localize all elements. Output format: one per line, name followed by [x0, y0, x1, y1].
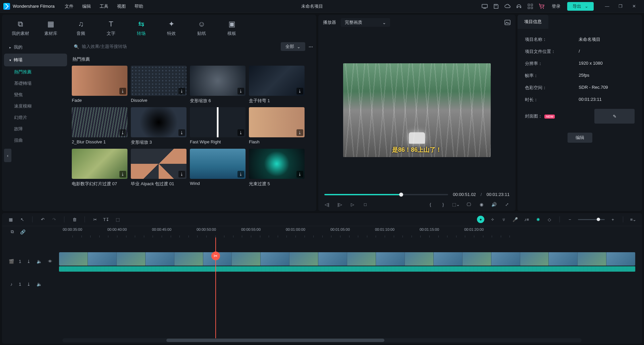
marker-shield-icon[interactable]: ⍫ [500, 216, 507, 223]
ratio-icon[interactable]: ⬚⌄ [452, 201, 459, 208]
mute-icon[interactable]: 🔈 [36, 258, 43, 265]
display-icon[interactable]: 🖵 [465, 201, 472, 208]
tab-stock[interactable]: ▦素材库 [36, 17, 66, 39]
export-button[interactable]: 导出⌄ [567, 2, 594, 11]
tab-sticker[interactable]: ☺贴纸 [186, 17, 217, 39]
download-icon[interactable]: ⭳ [178, 88, 185, 94]
play-button[interactable]: ▷ [349, 201, 356, 208]
delete-icon[interactable]: 🗑 [71, 216, 78, 223]
sidebar-sub-hot[interactable]: 熱門推薦 [4, 66, 67, 78]
cart-icon[interactable] [538, 3, 545, 10]
transition-thumb[interactable]: ⭳Fast Wipe Right [190, 107, 246, 145]
transition-thumb[interactable]: ⭳2_Blur Dissolve 1 [72, 107, 127, 145]
lock-icon[interactable]: ⤓ [25, 258, 32, 265]
layout-icon[interactable]: ▦ [7, 216, 14, 223]
next-frame-button[interactable]: |▷ [336, 201, 343, 208]
download-icon[interactable]: ⭳ [178, 129, 185, 136]
tab-audio[interactable]: ♫音频 [66, 17, 96, 39]
cut-icon[interactable]: ✂ [92, 216, 98, 223]
mark-in-icon[interactable]: { [427, 201, 434, 208]
transition-thumb[interactable]: ⭳电影数字幻灯片过渡 07 [72, 149, 127, 187]
transition-thumb[interactable]: ⭳变形缩放 6 [190, 66, 246, 104]
download-icon[interactable]: ⭳ [237, 129, 244, 136]
sparkle-icon[interactable]: ✧ [489, 216, 496, 223]
filter-all-dropdown[interactable]: 全部⌄ [281, 42, 305, 51]
playhead-cut-button[interactable]: ✂ [211, 252, 220, 260]
video-preview[interactable]: 是86！86上山了！ [343, 63, 491, 157]
duplicate-icon[interactable]: ⧉ [9, 228, 15, 235]
mute-icon[interactable]: 🔈 [36, 281, 43, 287]
download-icon[interactable]: ⭳ [237, 171, 244, 178]
sidebar-item-transitions[interactable]: ▾轉場 [4, 54, 67, 66]
menu-edit[interactable]: 编辑 [82, 3, 91, 9]
cover-edit-box[interactable]: ✎ [594, 109, 635, 124]
pointer-tool-icon[interactable]: ↖ [19, 216, 25, 223]
close-icon[interactable]: ✕ [631, 3, 637, 10]
sidebar-sub-slideshow[interactable]: 幻燈片 [4, 112, 67, 123]
save-icon[interactable] [493, 3, 499, 10]
stop-button[interactable]: □ [362, 201, 369, 208]
timeline-hscrollbar[interactable] [62, 338, 582, 342]
sidebar-sub-basic[interactable]: 基礎轉場 [4, 78, 67, 89]
crop-icon[interactable]: ⬚ [114, 216, 121, 223]
redo-icon[interactable]: ↷ [51, 216, 57, 223]
transition-thumb[interactable]: ⭳毕业 Alpack 包过渡 01 [131, 149, 186, 187]
list-dropdown-icon[interactable]: ≡⌄ [630, 216, 637, 223]
link-icon[interactable]: 🔗 [19, 228, 26, 235]
maximize-icon[interactable]: ❐ [617, 3, 624, 10]
undo-icon[interactable]: ↶ [39, 216, 46, 223]
text-tool-icon[interactable]: T↧ [103, 216, 110, 223]
download-icon[interactable]: ⭳ [119, 171, 126, 178]
download-icon[interactable]: ⭳ [119, 88, 126, 94]
camera-icon[interactable]: ◉ [478, 201, 485, 208]
tab-transition[interactable]: ⇆转场 [126, 17, 156, 39]
seek-bar[interactable] [324, 194, 448, 195]
info-tab[interactable]: 项目信息 [518, 15, 548, 29]
transition-thumb[interactable]: ⭳光束过渡 5 [249, 149, 305, 187]
visibility-icon[interactable]: 👁 [47, 258, 53, 265]
menu-tools[interactable]: 工具 [100, 3, 108, 9]
download-icon[interactable]: ⭳ [297, 88, 303, 94]
audio-beat-icon[interactable]: ♪≡ [523, 216, 530, 223]
tab-template[interactable]: ▣模板 [217, 17, 247, 39]
video-clip[interactable]: ▶ [59, 252, 635, 266]
apps-icon[interactable] [527, 3, 534, 10]
transition-thumb[interactable]: ⭳Flash [249, 107, 305, 145]
edit-button[interactable]: 编辑 [568, 133, 592, 143]
playhead[interactable]: ✂ [215, 237, 216, 338]
mark-out-icon[interactable]: } [440, 201, 446, 208]
transition-thumb[interactable]: ⭳Fade [72, 66, 127, 104]
ai-badge-icon[interactable]: ● [477, 216, 484, 223]
time-ruler[interactable]: 00:00:35:0000:00:40:0000:00:45:0000:00:5… [59, 226, 642, 237]
zoom-out-icon[interactable]: − [567, 216, 573, 223]
sidebar-sub-distort[interactable]: 扭曲 [4, 135, 67, 146]
mic-icon[interactable]: 🎤 [512, 216, 519, 223]
enhance-icon[interactable]: ✺ [535, 216, 541, 223]
menu-file[interactable]: 文件 [65, 3, 73, 9]
download-icon[interactable]: ⭳ [297, 171, 303, 178]
minimize-icon[interactable]: — [604, 3, 610, 10]
tab-text[interactable]: T文字 [96, 17, 126, 39]
prev-frame-button[interactable]: ◁| [324, 201, 330, 208]
quality-dropdown[interactable]: 完整画质⌄ [341, 18, 390, 27]
download-icon[interactable]: ⭳ [178, 171, 185, 178]
sidebar-collapse-handle[interactable]: ‹ [4, 149, 11, 162]
download-icon[interactable]: ⭳ [119, 129, 126, 136]
snapshot-image-icon[interactable] [504, 19, 511, 26]
login-link[interactable]: 登录 [552, 3, 560, 9]
device-icon[interactable] [481, 3, 488, 10]
search-input[interactable]: 🔍 输入效果/主题等搜转场 [72, 42, 277, 51]
cloud-icon[interactable] [504, 3, 511, 10]
menu-help[interactable]: 帮助 [135, 3, 143, 9]
fullscreen-icon[interactable]: ⤢ [503, 201, 510, 208]
headset-icon[interactable] [516, 3, 522, 10]
zoom-slider[interactable] [578, 219, 605, 220]
lock-icon[interactable]: ⤓ [25, 281, 32, 287]
tab-effects[interactable]: ✦特效 [156, 17, 186, 39]
tab-my-media[interactable]: ⧉我的素材 [5, 17, 36, 39]
transition-thumb[interactable]: ⭳Dissolve [131, 66, 186, 104]
zoom-in-icon[interactable]: + [609, 216, 616, 223]
download-icon[interactable]: ⭳ [297, 129, 303, 136]
transition-thumb[interactable]: ⭳Wind [190, 149, 246, 187]
transition-thumb[interactable]: ⭳盒子转弯 1 [249, 66, 305, 104]
